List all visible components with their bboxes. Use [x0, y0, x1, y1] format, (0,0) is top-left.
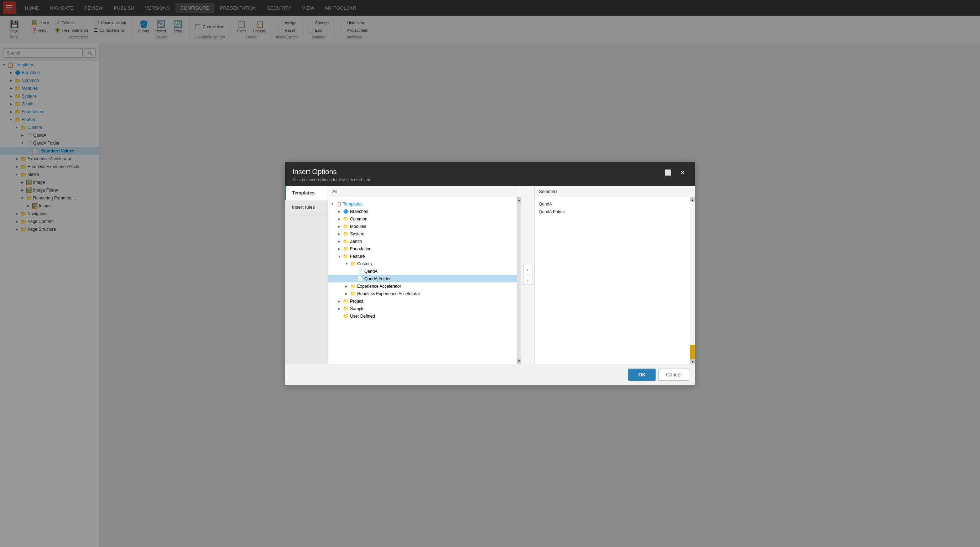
tree-row-zenith2[interactable]: ▶ 📁 Zenith [328, 237, 517, 245]
modal-header: Insert Options Assign insert options for… [285, 162, 695, 186]
all-header: All [328, 186, 521, 197]
branches2-label: Branches [350, 209, 368, 214]
zenith2-icon: 📁 [343, 239, 348, 244]
modal-header-actions: ⬜ ✕ [662, 168, 688, 177]
tree-row-exp-acc2[interactable]: ▶ 📁 Experience Accelerator [328, 282, 517, 290]
tree-row-sample2[interactable]: ▶ 📁 Sample [328, 305, 517, 312]
insert-options-modal: Insert Options Assign insert options for… [285, 162, 695, 385]
toggle-modules2[interactable]: ▶ [338, 225, 342, 228]
tree-row-foundation2[interactable]: ▶ 📁 Foundation [328, 245, 517, 253]
modal-selected-panel: Selected QandA QandA Folder ▲ ▼ [535, 186, 695, 364]
tree-row-qanda-folder2[interactable]: ▶ 📄 QandA Folder [328, 275, 517, 282]
right-scrollbar: ▲ ▼ [690, 197, 695, 364]
tree-row-modules2[interactable]: ▶ 📁 Modules [328, 223, 517, 230]
tree-row-qanda2[interactable]: ▶ 📄 QandA [328, 267, 517, 275]
headless2-label: Headless Experience Accelerator [357, 291, 420, 296]
exp-acc2-icon: 📁 [350, 283, 356, 289]
templates-root-icon: 📋 [336, 201, 342, 207]
right-scroll-up[interactable]: ▲ [690, 197, 695, 202]
feature2-icon: 📁 [343, 254, 348, 259]
modal-all-panel: All ▼ 📋 Templates ▶ [328, 186, 521, 364]
toggle-custom2[interactable]: ▼ [345, 262, 349, 266]
system2-icon: 📁 [343, 231, 348, 237]
templates-root-label: Templates [343, 202, 363, 207]
qanda-folder2-icon: 📄 [357, 276, 363, 281]
modal-arrows-panel: › ‹ [521, 186, 534, 364]
toggle-common2[interactable]: ▶ [338, 217, 342, 221]
project2-icon: 📁 [343, 299, 348, 304]
system2-label: System [350, 232, 364, 237]
qanda2-icon: 📄 [357, 269, 363, 274]
scroll-up-btn[interactable]: ▲ [517, 197, 521, 203]
tree-row-headless2[interactable]: ▶ 📁 Headless Experience Accelerator [328, 290, 517, 297]
sample2-label: Sample [350, 306, 365, 311]
tree-row-project2[interactable]: ▶ 📁 Project [328, 297, 517, 305]
toggle-headless2[interactable]: ▶ [345, 292, 349, 296]
tab-insert-rules[interactable]: Insert rules [285, 200, 328, 215]
modal-subtitle: Assign insert options for the selected i… [292, 177, 372, 182]
modal-close-button[interactable]: ✕ [677, 168, 688, 177]
modal-maximize-button[interactable]: ⬜ [662, 168, 675, 177]
toggle-zenith2[interactable]: ▶ [338, 240, 342, 243]
tree-row-common2[interactable]: ▶ 📁 Common [328, 215, 517, 223]
feature2-label: Feature [350, 254, 365, 259]
middle-scrollbar: ▲ ▼ [517, 197, 521, 364]
cancel-button[interactable]: Cancel [659, 369, 689, 381]
modal-footer: OK Cancel [285, 364, 695, 385]
toggle-branches2[interactable]: ▶ [338, 210, 342, 213]
tree-row-templates-root[interactable]: ▼ 📋 Templates [328, 200, 517, 208]
selected-items-list: QandA QandA Folder [535, 197, 690, 364]
toggle-templates-root[interactable]: ▼ [331, 202, 335, 206]
toggle-system2[interactable]: ▶ [338, 232, 342, 236]
remove-from-selected-button[interactable]: ‹ [523, 276, 532, 285]
common2-label: Common [350, 216, 368, 221]
selected-item-qanda[interactable]: QandA [535, 200, 690, 208]
tree-row-user-defined2[interactable]: ▶ 📁 User Defined [328, 312, 517, 320]
tree-row-feature2[interactable]: ▼ 📁 Feature [328, 253, 517, 260]
foundation2-label: Foundation [350, 246, 371, 251]
headless2-icon: 📁 [350, 291, 356, 296]
sample2-icon: 📁 [343, 306, 348, 311]
zenith2-label: Zenith [350, 239, 362, 244]
toggle-foundation2[interactable]: ▶ [338, 247, 342, 251]
modules2-label: Modules [350, 224, 366, 229]
qanda2-label: QandA [364, 269, 377, 274]
toggle-feature2[interactable]: ▼ [338, 254, 342, 258]
custom2-label: Custom [357, 261, 372, 266]
modules2-icon: 📁 [343, 224, 348, 229]
toggle-project2[interactable]: ▶ [338, 299, 342, 303]
right-scroll-indicator [690, 345, 695, 359]
exp-acc2-label: Experience Accelerator [357, 284, 401, 289]
modal-title: Insert Options [292, 168, 372, 176]
toggle-sample2[interactable]: ▶ [338, 307, 342, 310]
custom2-icon: 📁 [350, 261, 356, 266]
tab-templates[interactable]: Templates [285, 186, 328, 200]
modal-body: Templates Insert rules All ▼ � [285, 186, 695, 364]
foundation2-icon: 📁 [343, 246, 348, 251]
project2-label: Project [350, 299, 363, 304]
right-scroll-down[interactable]: ▼ [690, 359, 695, 364]
user-defined2-icon: 📁 [343, 313, 348, 319]
ok-button[interactable]: OK [628, 369, 655, 381]
tree-row-branches2[interactable]: ▶ 🔷 Branches [328, 208, 517, 215]
branches2-icon: 🔷 [343, 209, 348, 214]
tree-row-custom2[interactable]: ▼ 📁 Custom [328, 260, 517, 267]
common2-icon: 📁 [343, 216, 348, 221]
add-to-selected-button[interactable]: › [523, 265, 532, 274]
modal-tab-panel: Templates Insert rules [285, 186, 328, 364]
all-templates-tree: ▼ 📋 Templates ▶ 🔷 Branches [328, 197, 517, 364]
user-defined2-label: User Defined [350, 314, 375, 319]
scroll-down-btn[interactable]: ▼ [517, 358, 521, 364]
selected-header: Selected [535, 186, 695, 197]
qanda-folder2-label: QandA Folder [364, 276, 391, 281]
modal-overlay: Insert Options Assign insert options for… [0, 0, 980, 547]
toggle-exp-acc2[interactable]: ▶ [345, 285, 349, 288]
tree-row-system2[interactable]: ▶ 📁 System [328, 230, 517, 237]
selected-item-qanda-folder[interactable]: QandA Folder [535, 208, 690, 216]
